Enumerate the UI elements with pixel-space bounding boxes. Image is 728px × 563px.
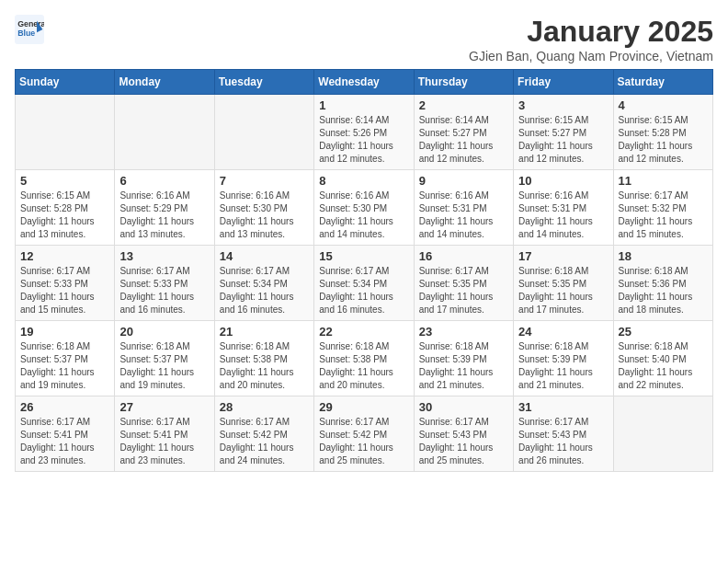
table-row <box>613 396 712 472</box>
day-number: 27 <box>119 400 209 414</box>
day-number: 13 <box>119 249 209 263</box>
week-row-4: 26Sunrise: 6:17 AM Sunset: 5:41 PM Dayli… <box>16 396 713 472</box>
day-info: Sunrise: 6:17 AM Sunset: 5:32 PM Dayligh… <box>619 190 708 241</box>
table-row: 11Sunrise: 6:17 AM Sunset: 5:32 PM Dayli… <box>613 170 712 246</box>
day-info: Sunrise: 6:17 AM Sunset: 5:41 PM Dayligh… <box>119 416 209 467</box>
day-info: Sunrise: 6:16 AM Sunset: 5:31 PM Dayligh… <box>419 190 508 241</box>
logo: General Blue <box>15 15 44 44</box>
table-row: 27Sunrise: 6:17 AM Sunset: 5:41 PM Dayli… <box>115 396 214 472</box>
col-monday: Monday <box>115 70 214 95</box>
day-number: 5 <box>20 174 109 188</box>
table-row: 28Sunrise: 6:17 AM Sunset: 5:42 PM Dayli… <box>214 396 313 472</box>
calendar-subtitle: GJien Ban, Quang Nam Province, Vietnam <box>469 49 713 63</box>
calendar-title: January 2025 <box>469 15 713 49</box>
day-info: Sunrise: 6:17 AM Sunset: 5:42 PM Dayligh… <box>220 416 309 467</box>
calendar-table: Sunday Monday Tuesday Wednesday Thursday… <box>15 69 713 472</box>
day-number: 9 <box>419 174 508 188</box>
day-info: Sunrise: 6:18 AM Sunset: 5:40 PM Dayligh… <box>619 340 708 392</box>
day-number: 3 <box>518 98 608 112</box>
day-number: 15 <box>319 249 408 263</box>
day-info: Sunrise: 6:18 AM Sunset: 5:39 PM Dayligh… <box>419 340 508 392</box>
table-row: 3Sunrise: 6:15 AM Sunset: 5:27 PM Daylig… <box>514 95 613 170</box>
day-info: Sunrise: 6:17 AM Sunset: 5:41 PM Dayligh… <box>20 416 109 467</box>
table-row: 1Sunrise: 6:14 AM Sunset: 5:26 PM Daylig… <box>314 95 414 170</box>
day-number: 29 <box>319 400 408 414</box>
table-row: 18Sunrise: 6:18 AM Sunset: 5:36 PM Dayli… <box>613 246 712 321</box>
table-row: 26Sunrise: 6:17 AM Sunset: 5:41 PM Dayli… <box>16 396 115 472</box>
day-number: 23 <box>419 325 508 339</box>
day-number: 7 <box>220 174 309 188</box>
table-row <box>115 95 214 170</box>
day-info: Sunrise: 6:17 AM Sunset: 5:34 PM Dayligh… <box>319 265 408 316</box>
day-number: 21 <box>220 325 309 339</box>
col-wednesday: Wednesday <box>314 70 414 95</box>
day-number: 16 <box>419 249 508 263</box>
day-info: Sunrise: 6:16 AM Sunset: 5:31 PM Dayligh… <box>518 190 608 241</box>
day-info: Sunrise: 6:15 AM Sunset: 5:27 PM Dayligh… <box>518 114 608 166</box>
table-row: 20Sunrise: 6:18 AM Sunset: 5:37 PM Dayli… <box>115 321 214 396</box>
calendar-header-row: Sunday Monday Tuesday Wednesday Thursday… <box>16 70 713 95</box>
day-info: Sunrise: 6:17 AM Sunset: 5:33 PM Dayligh… <box>20 265 109 316</box>
page-header: General Blue January 2025 GJien Ban, Qua… <box>15 15 713 63</box>
day-info: Sunrise: 6:17 AM Sunset: 5:34 PM Dayligh… <box>220 265 309 316</box>
day-number: 20 <box>119 325 209 339</box>
col-tuesday: Tuesday <box>214 70 313 95</box>
table-row: 29Sunrise: 6:17 AM Sunset: 5:42 PM Dayli… <box>314 396 414 472</box>
day-number: 1 <box>319 98 408 112</box>
day-number: 26 <box>20 400 109 414</box>
day-number: 19 <box>20 325 109 339</box>
day-info: Sunrise: 6:17 AM Sunset: 5:35 PM Dayligh… <box>419 265 508 316</box>
day-number: 14 <box>220 249 309 263</box>
day-info: Sunrise: 6:16 AM Sunset: 5:30 PM Dayligh… <box>220 190 309 241</box>
day-info: Sunrise: 6:17 AM Sunset: 5:43 PM Dayligh… <box>518 416 608 467</box>
table-row: 4Sunrise: 6:15 AM Sunset: 5:28 PM Daylig… <box>613 95 712 170</box>
col-friday: Friday <box>514 70 613 95</box>
day-number: 2 <box>419 98 508 112</box>
day-number: 18 <box>619 249 708 263</box>
table-row: 7Sunrise: 6:16 AM Sunset: 5:30 PM Daylig… <box>214 170 313 246</box>
table-row: 9Sunrise: 6:16 AM Sunset: 5:31 PM Daylig… <box>414 170 513 246</box>
day-info: Sunrise: 6:14 AM Sunset: 5:26 PM Dayligh… <box>319 114 408 166</box>
table-row: 16Sunrise: 6:17 AM Sunset: 5:35 PM Dayli… <box>414 246 513 321</box>
day-info: Sunrise: 6:15 AM Sunset: 5:28 PM Dayligh… <box>619 114 708 166</box>
col-thursday: Thursday <box>414 70 513 95</box>
day-number: 25 <box>619 325 708 339</box>
day-number: 4 <box>619 98 708 112</box>
table-row: 30Sunrise: 6:17 AM Sunset: 5:43 PM Dayli… <box>414 396 513 472</box>
day-info: Sunrise: 6:16 AM Sunset: 5:29 PM Dayligh… <box>119 190 209 241</box>
day-info: Sunrise: 6:18 AM Sunset: 5:37 PM Dayligh… <box>119 340 209 392</box>
day-number: 8 <box>319 174 408 188</box>
day-number: 24 <box>518 325 608 339</box>
day-info: Sunrise: 6:18 AM Sunset: 5:39 PM Dayligh… <box>518 340 608 392</box>
day-info: Sunrise: 6:17 AM Sunset: 5:43 PM Dayligh… <box>419 416 508 467</box>
day-info: Sunrise: 6:16 AM Sunset: 5:30 PM Dayligh… <box>319 190 408 241</box>
day-number: 17 <box>518 249 608 263</box>
table-row: 13Sunrise: 6:17 AM Sunset: 5:33 PM Dayli… <box>115 246 214 321</box>
day-number: 12 <box>20 249 109 263</box>
table-row: 10Sunrise: 6:16 AM Sunset: 5:31 PM Dayli… <box>514 170 613 246</box>
table-row <box>214 95 313 170</box>
day-info: Sunrise: 6:18 AM Sunset: 5:38 PM Dayligh… <box>220 340 309 392</box>
table-row: 2Sunrise: 6:14 AM Sunset: 5:27 PM Daylig… <box>414 95 513 170</box>
day-info: Sunrise: 6:18 AM Sunset: 5:35 PM Dayligh… <box>518 265 608 316</box>
table-row: 14Sunrise: 6:17 AM Sunset: 5:34 PM Dayli… <box>214 246 313 321</box>
week-row-3: 19Sunrise: 6:18 AM Sunset: 5:37 PM Dayli… <box>16 321 713 396</box>
col-sunday: Sunday <box>16 70 115 95</box>
title-block: January 2025 GJien Ban, Quang Nam Provin… <box>469 15 713 63</box>
table-row <box>16 95 115 170</box>
table-row: 12Sunrise: 6:17 AM Sunset: 5:33 PM Dayli… <box>16 246 115 321</box>
table-row: 19Sunrise: 6:18 AM Sunset: 5:37 PM Dayli… <box>16 321 115 396</box>
table-row: 23Sunrise: 6:18 AM Sunset: 5:39 PM Dayli… <box>414 321 513 396</box>
svg-text:Blue: Blue <box>17 29 35 38</box>
col-saturday: Saturday <box>613 70 712 95</box>
day-number: 28 <box>220 400 309 414</box>
day-number: 11 <box>619 174 708 188</box>
table-row: 5Sunrise: 6:15 AM Sunset: 5:28 PM Daylig… <box>16 170 115 246</box>
week-row-2: 12Sunrise: 6:17 AM Sunset: 5:33 PM Dayli… <box>16 246 713 321</box>
table-row: 21Sunrise: 6:18 AM Sunset: 5:38 PM Dayli… <box>214 321 313 396</box>
table-row: 22Sunrise: 6:18 AM Sunset: 5:38 PM Dayli… <box>314 321 414 396</box>
day-info: Sunrise: 6:17 AM Sunset: 5:33 PM Dayligh… <box>119 265 209 316</box>
table-row: 8Sunrise: 6:16 AM Sunset: 5:30 PM Daylig… <box>314 170 414 246</box>
table-row: 15Sunrise: 6:17 AM Sunset: 5:34 PM Dayli… <box>314 246 414 321</box>
day-info: Sunrise: 6:15 AM Sunset: 5:28 PM Dayligh… <box>20 190 109 241</box>
